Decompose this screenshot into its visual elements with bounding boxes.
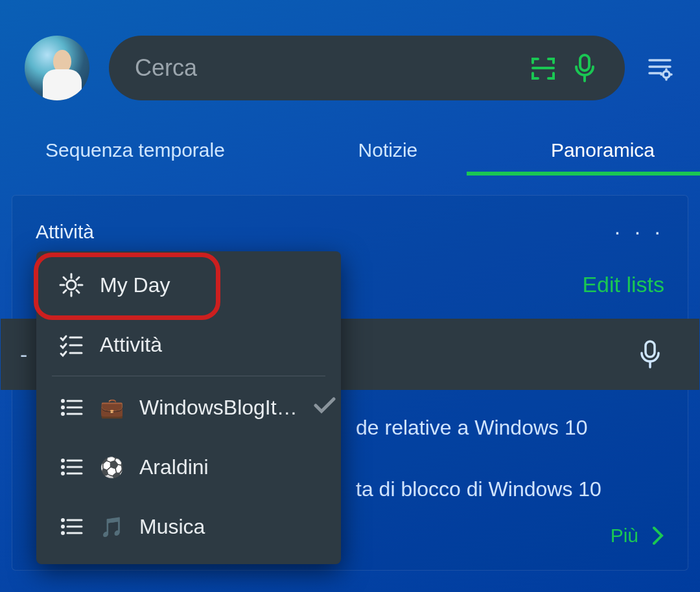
card-more-icon[interactable]: · · · [614, 219, 664, 244]
svg-point-21 [62, 400, 64, 402]
svg-point-9 [67, 280, 76, 290]
list-icon [58, 454, 84, 480]
tab-overview[interactable]: Panoramica [551, 139, 655, 176]
dropdown-item-label: Musica [139, 515, 205, 539]
dropdown-item-musica[interactable]: 🎵 Musica [36, 497, 341, 556]
more-link[interactable]: Più [611, 525, 664, 547]
dropdown-item-label: Araldini [139, 455, 209, 479]
svg-point-6 [663, 71, 670, 78]
list-icon [58, 394, 84, 420]
dropdown-item-emoji: 🎵 [100, 516, 124, 538]
settings-list-icon[interactable] [644, 52, 675, 84]
mic-icon[interactable] [637, 339, 663, 370]
search-bar[interactable]: Cerca [109, 36, 625, 100]
dropdown-item-label: My Day [100, 273, 170, 297]
scan-icon[interactable] [529, 54, 557, 82]
chevron-right-icon [651, 525, 664, 546]
tabs: Sequenza temporale Notizie Panoramica [0, 120, 700, 176]
tab-news[interactable]: Notizie [358, 139, 418, 176]
dropdown-item-label: Attività [100, 333, 162, 357]
list-dropdown: My Day Attività 💼 WindowsBlogIt… [36, 251, 341, 564]
dropdown-item-label: WindowsBlogIt… [139, 396, 298, 420]
svg-point-35 [62, 526, 64, 528]
search-placeholder: Cerca [135, 54, 516, 82]
svg-point-33 [62, 519, 64, 521]
mic-icon[interactable] [570, 54, 599, 82]
dropdown-item-araldini[interactable]: ⚽ Araldini [36, 437, 341, 497]
input-dash: - [20, 342, 27, 367]
tasks-icon [58, 332, 84, 358]
list-icon [58, 514, 84, 540]
tab-timeline[interactable]: Sequenza temporale [45, 139, 225, 176]
svg-rect-7 [646, 341, 655, 357]
svg-point-25 [62, 413, 64, 415]
dropdown-item-windowsblogit[interactable]: 💼 WindowsBlogIt… [36, 378, 341, 437]
header: Cerca [0, 0, 700, 120]
dropdown-item-emoji: 💼 [100, 396, 124, 419]
svg-rect-1 [580, 55, 589, 71]
svg-point-37 [62, 532, 64, 534]
svg-point-27 [62, 460, 64, 462]
svg-line-16 [76, 277, 79, 280]
svg-point-23 [62, 407, 64, 409]
svg-line-15 [76, 290, 79, 293]
sun-icon [58, 272, 84, 298]
svg-point-31 [62, 473, 64, 475]
edit-lists-link[interactable]: Edit lists [582, 272, 664, 297]
dropdown-separator [52, 376, 325, 376]
svg-point-29 [62, 466, 64, 468]
avatar[interactable] [25, 36, 89, 100]
svg-line-14 [64, 277, 66, 280]
tab-active-underline [467, 172, 700, 176]
card-title: Attività [36, 221, 94, 243]
dropdown-item-tasks[interactable]: Attività [36, 315, 341, 374]
svg-line-17 [64, 290, 66, 293]
check-icon [313, 396, 336, 420]
dropdown-item-myday[interactable]: My Day [36, 255, 341, 315]
dropdown-item-emoji: ⚽ [100, 456, 124, 479]
